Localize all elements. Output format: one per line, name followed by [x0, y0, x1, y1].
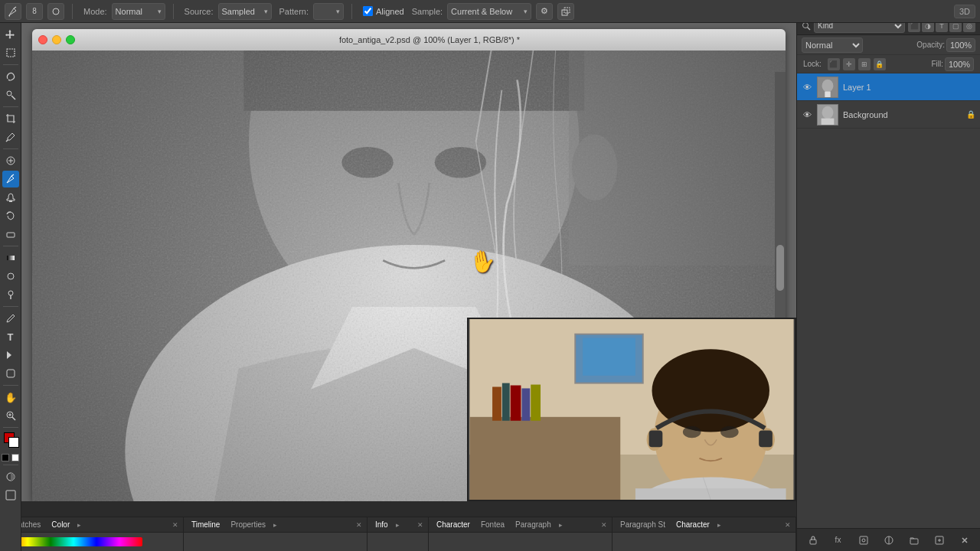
pattern-label: Pattern:: [279, 7, 309, 16]
panel5-expand[interactable]: ▸: [717, 521, 721, 529]
aligned-checkbox[interactable]: [363, 6, 373, 16]
pattern-dropdown[interactable]: [313, 3, 344, 20]
dodge-tool[interactable]: [2, 286, 19, 303]
foreground-color[interactable]: [2, 432, 19, 449]
layer-item-background[interactable]: 👁 Background 🔒: [797, 101, 980, 129]
add-mask-button[interactable]: [856, 533, 871, 548]
path-select-tool[interactable]: [2, 347, 19, 364]
panel1-expand[interactable]: ▸: [77, 521, 81, 529]
fill-input[interactable]: [945, 57, 974, 71]
color-tab[interactable]: Color: [48, 519, 73, 530]
new-group-button[interactable]: [906, 533, 922, 548]
eraser-tool[interactable]: [2, 226, 19, 243]
history-brush-tool[interactable]: [2, 207, 19, 224]
window-close-button[interactable]: [38, 35, 47, 44]
3d-button[interactable]: 3D: [954, 5, 975, 18]
layer1-visibility[interactable]: 👁: [802, 82, 812, 93]
sample-label: Sample:: [412, 7, 443, 16]
zoom-tool[interactable]: [2, 407, 19, 424]
new-adjustment-button[interactable]: [881, 533, 897, 548]
timeline-tab[interactable]: Timeline: [188, 519, 223, 530]
blend-mode-dropdown[interactable]: Normal Multiply Screen: [802, 37, 863, 53]
panel2-expand[interactable]: ▸: [273, 521, 277, 529]
color-panel-content: [0, 533, 183, 551]
fontea-tab[interactable]: Fontea: [478, 519, 508, 530]
timeline-properties-header: Timeline Properties ▸ ✕: [184, 517, 367, 533]
character-style-tab[interactable]: Character: [673, 519, 713, 530]
window-maximize-button[interactable]: [66, 35, 75, 44]
mode-dropdown[interactable]: Normal: [112, 3, 165, 20]
new-layer-button[interactable]: [932, 533, 947, 548]
toolbar-sep-1: [72, 4, 73, 19]
color-spectrum[interactable]: [5, 537, 142, 546]
quick-mask-icon[interactable]: [2, 468, 19, 485]
stamp-tool[interactable]: [2, 189, 19, 206]
tool-sep-5: [3, 306, 18, 307]
background-visibility[interactable]: 👁: [802, 109, 812, 120]
delete-layer-button[interactable]: [957, 533, 972, 548]
info-tab[interactable]: Info: [372, 519, 391, 530]
spot-heal-tool[interactable]: [2, 152, 19, 169]
opacity-input[interactable]: [946, 38, 975, 52]
hand-tool[interactable]: ✋: [2, 389, 19, 406]
sample-value: Current & Below: [451, 7, 521, 16]
eyedropper-tool[interactable]: [2, 129, 19, 145]
layer1-name: Layer 1: [843, 83, 975, 92]
screen-mode-icon[interactable]: [2, 487, 19, 504]
panel4-expand[interactable]: ▸: [559, 521, 563, 529]
vertical-scrollbar-thumb[interactable]: [776, 245, 784, 291]
svg-point-15: [8, 291, 13, 295]
shape-tool[interactable]: [2, 365, 19, 382]
source-value: Sampled: [222, 7, 261, 16]
lock-position-icon[interactable]: ✛: [843, 58, 855, 70]
source-dropdown[interactable]: Sampled: [218, 3, 272, 20]
brush-tool[interactable]: [2, 171, 19, 187]
svg-point-68: [822, 106, 834, 119]
pen-tool[interactable]: [2, 310, 19, 327]
svg-rect-42: [470, 417, 621, 500]
brush-options-icon[interactable]: [47, 3, 64, 20]
blur-tool[interactable]: [2, 268, 19, 285]
link-layers-button[interactable]: [805, 533, 821, 548]
properties-tab[interactable]: Properties: [227, 519, 269, 530]
lasso-tool[interactable]: [2, 68, 19, 85]
add-style-button[interactable]: fx: [831, 533, 846, 548]
switch-colors-icon[interactable]: [11, 454, 19, 461]
layers-panel: Kind ⬛ ◑ T ▢ ◎ Normal Multiply Screen Op…: [797, 17, 980, 551]
bg-color-swatch[interactable]: [8, 437, 19, 448]
gradient-tool[interactable]: [2, 249, 19, 266]
svg-rect-69: [822, 118, 835, 124]
fill-label: Fill:: [931, 60, 943, 68]
text-tool[interactable]: T: [2, 328, 19, 345]
paragraph-tab[interactable]: Paragraph: [512, 519, 554, 530]
crop-tool[interactable]: [2, 110, 19, 127]
tool-sep-3: [3, 148, 18, 149]
panel3-expand[interactable]: ▸: [396, 521, 400, 529]
character-tab[interactable]: Character: [433, 519, 473, 530]
brush-size-icon[interactable]: 8: [26, 3, 43, 20]
background-thumbnail: [817, 104, 838, 126]
panel5-close[interactable]: ✕: [785, 521, 791, 529]
layer1-thumbnail: [817, 77, 838, 98]
right-panel: Layers Paths Channels Kind ⬛ ◑ T ▢ ◎ Nor…: [796, 0, 980, 551]
default-colors-icon[interactable]: [2, 454, 9, 461]
window-minimize-button[interactable]: [52, 35, 61, 44]
sample-all-icon[interactable]: ⚙: [536, 3, 553, 20]
svg-line-11: [11, 174, 14, 176]
sample-dropdown[interactable]: Current & Below: [447, 3, 531, 20]
panel3-close[interactable]: ✕: [417, 521, 423, 529]
clone-source-icon[interactable]: [557, 3, 574, 20]
paragraph-style-header: Paragraph St Character ▸ ✕: [612, 517, 795, 533]
paragraph-style-tab[interactable]: Paragraph St: [617, 519, 668, 530]
brush-tool-icon[interactable]: [5, 3, 21, 20]
lock-artboards-icon[interactable]: ⊞: [858, 58, 871, 70]
panel1-close[interactable]: ✕: [172, 521, 178, 529]
panel2-close[interactable]: ✕: [356, 521, 362, 529]
panel4-close[interactable]: ✕: [601, 521, 607, 529]
lock-all-icon[interactable]: 🔒: [874, 58, 886, 70]
quick-select-tool[interactable]: [2, 86, 19, 103]
layer-item-layer1[interactable]: 👁 Layer 1: [797, 73, 980, 101]
move-tool[interactable]: [2, 26, 19, 43]
selection-tool[interactable]: [2, 44, 19, 61]
lock-pixels-icon[interactable]: ⬛: [828, 58, 840, 70]
